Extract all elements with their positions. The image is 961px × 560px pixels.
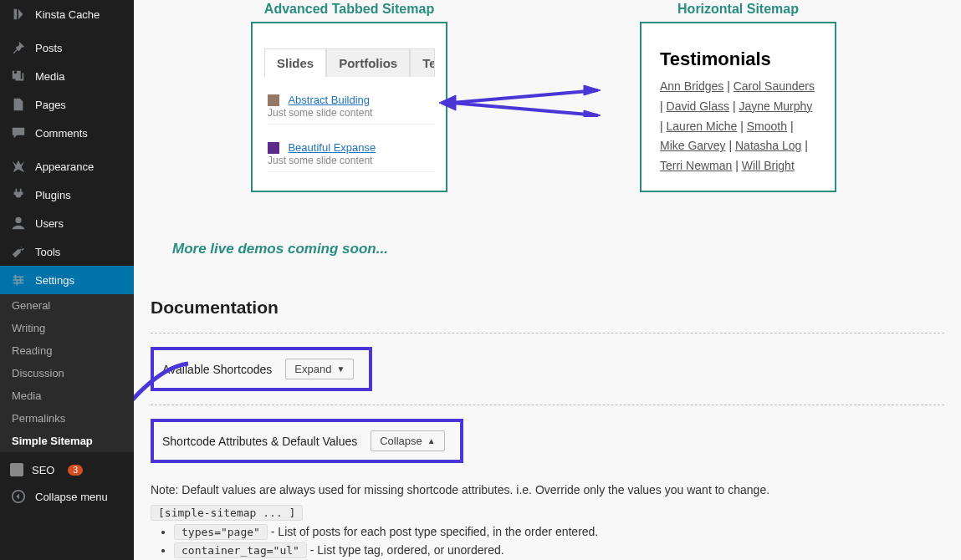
sidebar-item-label: Pages bbox=[35, 99, 66, 111]
svg-marker-8 bbox=[584, 85, 601, 95]
svg-rect-4 bbox=[20, 277, 22, 282]
preview-hs-link[interactable]: Ann Bridges bbox=[660, 79, 723, 93]
svg-rect-5 bbox=[16, 281, 18, 285]
preview-hs-link[interactable]: Lauren Miche bbox=[667, 120, 738, 133]
sidebar-subitem-reading[interactable]: Reading bbox=[0, 339, 134, 362]
preview-hs-link[interactable]: David Glass bbox=[667, 99, 729, 113]
svg-rect-2 bbox=[13, 283, 24, 284]
plugin-icon bbox=[10, 186, 27, 203]
sidebar-item-pages[interactable]: Pages bbox=[0, 90, 134, 119]
button-label: Expand bbox=[294, 363, 331, 375]
preview-hs-heading: Testimonials bbox=[642, 23, 835, 77]
preview-hs-link[interactable]: Jayne Murphy bbox=[739, 99, 812, 113]
sidebar-subitem-discussion[interactable]: Discussion bbox=[0, 362, 134, 384]
sidebar-item-comments[interactable]: Comments bbox=[0, 119, 134, 147]
sidebar-item-label: SEO bbox=[32, 464, 54, 476]
sidebar-item-kinsta-cache[interactable]: Kinsta Cache bbox=[0, 0, 134, 28]
kinsta-icon bbox=[10, 6, 27, 23]
svg-rect-3 bbox=[15, 275, 17, 279]
doc-attributes-list: types="page" - List of posts for each po… bbox=[174, 525, 944, 557]
sidebar-item-seo[interactable]: SEO 3 bbox=[0, 457, 134, 482]
settings-icon bbox=[10, 272, 27, 288]
preview-tab-testimonials[interactable]: Te bbox=[410, 48, 435, 77]
sidebar-subitem-writing[interactable]: Writing bbox=[0, 317, 134, 339]
preview-hs-link[interactable]: Terri Newman bbox=[660, 159, 732, 172]
preview-hs-link[interactable]: Carol Saunders bbox=[734, 79, 815, 93]
collapse-icon bbox=[10, 488, 27, 505]
preview-tab-slides[interactable]: Slides bbox=[264, 48, 326, 77]
preview-hs-link[interactable]: Mike Garvey bbox=[660, 139, 726, 152]
sidebar-item-label: Plugins bbox=[35, 189, 71, 201]
chevron-up-icon: ▲ bbox=[427, 436, 436, 445]
expand-button[interactable]: Expand ▼ bbox=[285, 359, 354, 379]
slide-thumb-icon bbox=[268, 94, 279, 106]
preview-slide-desc: Just some slide content bbox=[268, 155, 436, 166]
preview-card-tabbed[interactable]: Slides Portfolios Te Abstract Building J… bbox=[251, 22, 447, 192]
preview-hs-links: Ann Bridges | Carol Saunders | David Gla… bbox=[642, 77, 835, 176]
preview-slide-link[interactable]: Abstract Building bbox=[288, 94, 370, 106]
chevron-down-icon: ▼ bbox=[336, 364, 345, 374]
preview-slide-row: Beautiful Expanse Just some slide conten… bbox=[268, 140, 436, 172]
sidebar-item-plugins[interactable]: Plugins bbox=[0, 181, 134, 209]
preview-hs-link[interactable]: Will Bright bbox=[742, 159, 795, 172]
sidebar-item-label: Tools bbox=[35, 246, 60, 258]
doc-shortcode-code: [simple-sitemap ... ] bbox=[151, 505, 303, 521]
preview-slide-link[interactable]: Beautiful Expanse bbox=[288, 141, 376, 154]
seo-badge: 3 bbox=[68, 465, 83, 476]
annotation-arrow-icon bbox=[134, 359, 197, 460]
doc-attr-item: container_tag="ul" - List type tag, orde… bbox=[174, 543, 944, 557]
doc-attr-code: types="page" bbox=[174, 524, 268, 540]
page-icon bbox=[10, 96, 27, 113]
pushpin-icon bbox=[10, 39, 27, 56]
wp-admin-sidebar: Kinsta Cache Posts Media Pages Comments … bbox=[0, 0, 134, 560]
sidebar-subitem-simple-sitemap[interactable]: Simple Sitemap bbox=[0, 430, 134, 452]
doc-attr-item: types="page" - List of posts for each po… bbox=[174, 525, 944, 538]
preview-hs-link[interactable]: Smooth bbox=[747, 120, 787, 133]
collapse-button[interactable]: Collapse ▲ bbox=[371, 430, 445, 451]
seo-icon bbox=[10, 463, 23, 476]
preview-horizontal-title: Horizontal Sitemap bbox=[640, 2, 836, 17]
preview-slide-desc: Just some slide content bbox=[268, 107, 436, 119]
sidebar-item-users[interactable]: Users bbox=[0, 209, 134, 237]
sidebar-item-label: Users bbox=[35, 217, 64, 230]
doc-section-attributes: Shortcode Attributes & Default Values Co… bbox=[151, 405, 944, 476]
sidebar-item-label: Comments bbox=[35, 127, 88, 140]
appearance-icon bbox=[10, 158, 27, 175]
sidebar-item-appearance[interactable]: Appearance bbox=[0, 152, 134, 181]
sidebar-subitem-general[interactable]: General bbox=[0, 294, 134, 317]
button-label: Collapse bbox=[380, 435, 422, 447]
preview-slide-row: Abstract Building Just some slide conten… bbox=[268, 92, 436, 125]
sidebar-item-label: Appearance bbox=[35, 160, 94, 173]
sidebar-subitem-media[interactable]: Media bbox=[0, 384, 134, 407]
sidebar-item-label: Kinsta Cache bbox=[35, 8, 100, 21]
doc-note: Note: Default values are always used for… bbox=[151, 483, 944, 496]
annotation-arrow-icon bbox=[435, 84, 602, 117]
preview-tab-portfolios[interactable]: Portfolios bbox=[326, 48, 410, 77]
preview-advanced-title: Advanced Tabbed Sitemap bbox=[251, 2, 447, 17]
documentation-heading: Documentation bbox=[151, 298, 944, 318]
slide-thumb-icon bbox=[268, 142, 279, 154]
sidebar-item-label: Posts bbox=[35, 42, 63, 54]
preview-card-horizontal[interactable]: Testimonials Ann Bridges | Carol Saunder… bbox=[640, 22, 836, 192]
sidebar-item-collapse[interactable]: Collapse menu bbox=[0, 482, 134, 511]
users-icon bbox=[10, 215, 27, 232]
comment-icon bbox=[10, 125, 27, 141]
sidebar-item-label: Media bbox=[35, 70, 64, 83]
sidebar-item-label: Settings bbox=[35, 274, 74, 287]
sidebar-item-label: Collapse menu bbox=[35, 491, 108, 503]
preview-hs-link[interactable]: Natasha Log bbox=[735, 139, 801, 152]
demos-note: More live demos coming soon... bbox=[172, 241, 944, 257]
sidebar-item-settings[interactable]: Settings bbox=[0, 266, 134, 294]
doc-attr-code: container_tag="ul" bbox=[174, 542, 307, 558]
svg-rect-1 bbox=[13, 279, 24, 281]
main-content: Advanced Tabbed Sitemap Slides Portfolio… bbox=[134, 0, 961, 560]
svg-marker-7 bbox=[439, 95, 456, 110]
sidebar-item-tools[interactable]: Tools bbox=[0, 237, 134, 266]
sidebar-item-posts[interactable]: Posts bbox=[0, 33, 134, 62]
media-icon bbox=[10, 68, 27, 84]
sidebar-item-media[interactable]: Media bbox=[0, 62, 134, 90]
doc-section-shortcodes: Available Shortcodes Expand ▼ bbox=[151, 333, 944, 405]
tools-icon bbox=[10, 243, 27, 260]
sidebar-subitem-permalinks[interactable]: Permalinks bbox=[0, 407, 134, 430]
